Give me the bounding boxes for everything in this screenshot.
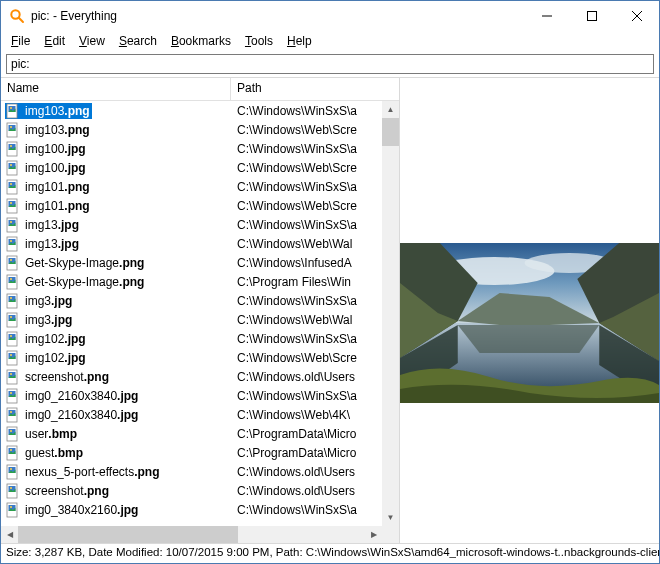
cell-name: nexus_5-port-effects.png bbox=[1, 464, 231, 480]
vertical-scrollbar[interactable]: ▲ ▼ bbox=[382, 101, 399, 526]
table-row[interactable]: Get-Skype-Image.pngC:\Windows\InfusedA bbox=[1, 253, 382, 272]
image-file-icon bbox=[5, 426, 21, 442]
status-bar: Size: 3,287 KB, Date Modified: 10/07/201… bbox=[1, 543, 659, 563]
file-name: img0_3840x2160.jpg bbox=[25, 503, 138, 517]
table-row[interactable]: img101.pngC:\Windows\WinSxS\a bbox=[1, 177, 382, 196]
svg-point-14 bbox=[10, 145, 12, 147]
cell-path: C:\Windows\Web\4K\ bbox=[231, 408, 382, 422]
table-row[interactable]: Get-Skype-Image.pngC:\Program Files\Win bbox=[1, 272, 382, 291]
file-name: Get-Skype-Image.png bbox=[25, 256, 144, 270]
table-row[interactable]: img100.jpgC:\Windows\Web\Scre bbox=[1, 158, 382, 177]
menu-view[interactable]: View bbox=[73, 33, 111, 49]
table-row[interactable]: img101.pngC:\Windows\Web\Scre bbox=[1, 196, 382, 215]
menu-search[interactable]: Search bbox=[113, 33, 163, 49]
svg-point-62 bbox=[10, 449, 12, 451]
cell-name: img102.jpg bbox=[1, 331, 231, 347]
image-file-icon bbox=[5, 103, 21, 119]
table-row[interactable]: img3.jpgC:\Windows\Web\Wal bbox=[1, 310, 382, 329]
menu-file[interactable]: File bbox=[5, 33, 36, 49]
window-controls bbox=[524, 1, 659, 31]
cell-name: user.bmp bbox=[1, 426, 231, 442]
table-row[interactable]: img0_2160x3840.jpgC:\Windows\Web\4K\ bbox=[1, 405, 382, 424]
cell-name: img101.png bbox=[1, 179, 231, 195]
file-name: screenshot.png bbox=[25, 370, 109, 384]
cell-name: screenshot.png bbox=[1, 483, 231, 499]
image-file-icon bbox=[5, 483, 21, 499]
cell-path: C:\ProgramData\Micro bbox=[231, 446, 382, 460]
cell-name: img102.jpg bbox=[1, 350, 231, 366]
svg-point-20 bbox=[10, 183, 12, 185]
table-row[interactable]: img102.jpgC:\Windows\WinSxS\a bbox=[1, 329, 382, 348]
search-input[interactable] bbox=[6, 54, 654, 74]
cell-path: C:\Windows\Web\Scre bbox=[231, 123, 382, 137]
maximize-button[interactable] bbox=[569, 1, 614, 30]
image-file-icon bbox=[5, 312, 21, 328]
file-name: img103.png bbox=[25, 104, 90, 118]
table-row[interactable]: img102.jpgC:\Windows\Web\Scre bbox=[1, 348, 382, 367]
image-file-icon bbox=[5, 331, 21, 347]
svg-point-59 bbox=[10, 430, 12, 432]
file-name: img100.jpg bbox=[25, 161, 86, 175]
menu-help[interactable]: Help bbox=[281, 33, 318, 49]
svg-point-8 bbox=[10, 107, 12, 109]
file-name: Get-Skype-Image.png bbox=[25, 275, 144, 289]
cell-name: img3.jpg bbox=[1, 293, 231, 309]
menu-edit[interactable]: Edit bbox=[38, 33, 71, 49]
svg-point-38 bbox=[10, 297, 12, 299]
image-file-icon bbox=[5, 236, 21, 252]
content-area: Name Path img103.pngC:\Windows\WinSxS\ai… bbox=[1, 77, 659, 543]
image-file-icon bbox=[5, 198, 21, 214]
table-row[interactable]: img103.pngC:\Windows\Web\Scre bbox=[1, 120, 382, 139]
scroll-left-button[interactable]: ◀ bbox=[1, 526, 18, 543]
table-row[interactable]: img13.jpgC:\Windows\Web\Wal bbox=[1, 234, 382, 253]
table-row[interactable]: guest.bmpC:\ProgramData\Micro bbox=[1, 443, 382, 462]
svg-point-29 bbox=[10, 240, 12, 242]
table-row[interactable]: img0_2160x3840.jpgC:\Windows\WinSxS\a bbox=[1, 386, 382, 405]
hscroll-thumb[interactable] bbox=[18, 526, 238, 543]
scroll-right-button[interactable]: ▶ bbox=[365, 526, 382, 543]
svg-point-68 bbox=[10, 487, 12, 489]
file-name: img3.jpg bbox=[25, 294, 72, 308]
table-row[interactable]: img13.jpgC:\Windows\WinSxS\a bbox=[1, 215, 382, 234]
cell-name: img0_3840x2160.jpg bbox=[1, 502, 231, 518]
table-row[interactable]: img3.jpgC:\Windows\WinSxS\a bbox=[1, 291, 382, 310]
file-name: img3.jpg bbox=[25, 313, 72, 327]
image-file-icon bbox=[5, 502, 21, 518]
cell-path: C:\Program Files\Win bbox=[231, 275, 382, 289]
title-bar[interactable]: pic: - Everything bbox=[1, 1, 659, 31]
cell-path: C:\Windows\Web\Scre bbox=[231, 161, 382, 175]
menu-tools[interactable]: Tools bbox=[239, 33, 279, 49]
svg-point-71 bbox=[10, 506, 12, 508]
table-row[interactable]: screenshot.pngC:\Windows.old\Users bbox=[1, 481, 382, 500]
results-list: img103.pngC:\Windows\WinSxS\aimg103.pngC… bbox=[1, 101, 399, 543]
cell-path: C:\Windows\WinSxS\a bbox=[231, 332, 382, 346]
file-name: guest.bmp bbox=[25, 446, 83, 460]
svg-line-1 bbox=[19, 18, 23, 22]
scroll-down-button[interactable]: ▼ bbox=[382, 509, 399, 526]
table-row[interactable]: user.bmpC:\ProgramData\Micro bbox=[1, 424, 382, 443]
vscroll-track[interactable] bbox=[382, 118, 399, 509]
horizontal-scrollbar[interactable]: ◀ ▶ bbox=[1, 526, 382, 543]
cell-path: C:\Windows\WinSxS\a bbox=[231, 218, 382, 232]
cell-name: guest.bmp bbox=[1, 445, 231, 461]
table-row[interactable]: screenshot.pngC:\Windows.old\Users bbox=[1, 367, 382, 386]
column-header-path[interactable]: Path bbox=[231, 78, 399, 100]
file-name: img0_2160x3840.jpg bbox=[25, 389, 138, 403]
column-header-name[interactable]: Name bbox=[1, 78, 231, 100]
table-row[interactable]: img103.pngC:\Windows\WinSxS\a bbox=[1, 101, 382, 120]
svg-point-32 bbox=[10, 259, 12, 261]
svg-rect-3 bbox=[587, 11, 596, 20]
table-row[interactable]: nexus_5-port-effects.pngC:\Windows.old\U… bbox=[1, 462, 382, 481]
minimize-button[interactable] bbox=[524, 1, 569, 30]
svg-point-50 bbox=[10, 373, 12, 375]
image-file-icon bbox=[5, 388, 21, 404]
hscroll-track[interactable] bbox=[18, 526, 365, 543]
table-row[interactable]: img0_3840x2160.jpgC:\Windows\WinSxS\a bbox=[1, 500, 382, 519]
table-row[interactable]: img100.jpgC:\Windows\WinSxS\a bbox=[1, 139, 382, 158]
menu-bookmarks[interactable]: Bookmarks bbox=[165, 33, 237, 49]
close-button[interactable] bbox=[614, 1, 659, 30]
cell-name: Get-Skype-Image.png bbox=[1, 255, 231, 271]
scroll-up-button[interactable]: ▲ bbox=[382, 101, 399, 118]
vscroll-thumb[interactable] bbox=[382, 118, 399, 146]
file-name: img101.png bbox=[25, 199, 90, 213]
